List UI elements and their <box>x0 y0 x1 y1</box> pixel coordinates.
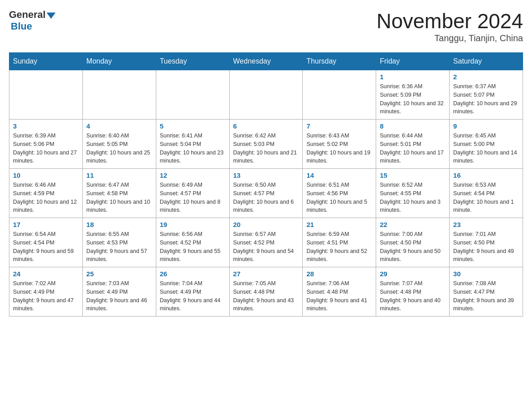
calendar-cell: 23Sunrise: 7:01 AMSunset: 4:50 PMDayligh… <box>450 218 523 267</box>
calendar-cell: 9Sunrise: 6:45 AMSunset: 5:00 PMDaylight… <box>450 120 523 169</box>
calendar-cell: 15Sunrise: 6:52 AMSunset: 4:55 PMDayligh… <box>376 169 450 218</box>
calendar-cell: 26Sunrise: 7:04 AMSunset: 4:49 PMDayligh… <box>156 267 229 317</box>
week-row-5: 24Sunrise: 7:02 AMSunset: 4:49 PMDayligh… <box>9 267 523 317</box>
day-info: Sunrise: 7:04 AMSunset: 4:49 PMDaylight:… <box>160 279 226 313</box>
logo-blue-text: Blue <box>11 21 32 32</box>
day-header-saturday: Saturday <box>450 53 523 70</box>
week-row-2: 3Sunrise: 6:39 AMSunset: 5:06 PMDaylight… <box>9 120 523 169</box>
day-number: 29 <box>380 270 446 278</box>
calendar-cell: 17Sunrise: 6:54 AMSunset: 4:54 PMDayligh… <box>9 218 83 267</box>
calendar-cell: 6Sunrise: 6:42 AMSunset: 5:03 PMDaylight… <box>229 120 303 169</box>
day-number: 25 <box>86 270 152 278</box>
day-info: Sunrise: 6:41 AMSunset: 5:04 PMDaylight:… <box>160 132 226 165</box>
calendar-cell: 16Sunrise: 6:53 AMSunset: 4:54 PMDayligh… <box>450 169 523 218</box>
calendar-cell: 24Sunrise: 7:02 AMSunset: 4:49 PMDayligh… <box>9 267 83 317</box>
calendar-cell: 20Sunrise: 6:57 AMSunset: 4:52 PMDayligh… <box>229 218 303 267</box>
day-info: Sunrise: 7:01 AMSunset: 4:50 PMDaylight:… <box>453 230 519 264</box>
day-info: Sunrise: 6:57 AMSunset: 4:52 PMDaylight:… <box>233 230 299 264</box>
day-number: 20 <box>233 221 299 228</box>
day-number: 23 <box>453 221 519 228</box>
calendar-cell: 19Sunrise: 6:56 AMSunset: 4:52 PMDayligh… <box>156 218 229 267</box>
calendar-cell <box>156 70 229 120</box>
calendar-cell <box>229 70 303 120</box>
day-info: Sunrise: 6:50 AMSunset: 4:57 PMDaylight:… <box>233 181 299 214</box>
day-number: 9 <box>453 122 519 130</box>
day-number: 21 <box>306 221 372 228</box>
calendar-cell: 12Sunrise: 6:49 AMSunset: 4:57 PMDayligh… <box>156 169 229 218</box>
calendar-cell: 3Sunrise: 6:39 AMSunset: 5:06 PMDaylight… <box>9 120 83 169</box>
calendar-cell: 28Sunrise: 7:06 AMSunset: 4:48 PMDayligh… <box>303 267 376 317</box>
day-header-monday: Monday <box>82 53 156 70</box>
day-number: 10 <box>13 171 79 179</box>
month-title: November 2024 <box>377 9 523 33</box>
day-info: Sunrise: 6:36 AMSunset: 5:09 PMDaylight:… <box>380 82 446 116</box>
logo: General Blue <box>9 9 56 32</box>
day-number: 13 <box>233 171 299 179</box>
week-row-4: 17Sunrise: 6:54 AMSunset: 4:54 PMDayligh… <box>9 218 523 267</box>
day-info: Sunrise: 6:51 AMSunset: 4:56 PMDaylight:… <box>306 181 372 214</box>
calendar-cell: 27Sunrise: 7:05 AMSunset: 4:48 PMDayligh… <box>229 267 303 317</box>
calendar-cell: 8Sunrise: 6:44 AMSunset: 5:01 PMDaylight… <box>376 120 450 169</box>
day-number: 5 <box>160 122 226 130</box>
day-number: 22 <box>380 221 446 228</box>
day-number: 14 <box>306 171 372 179</box>
day-info: Sunrise: 6:59 AMSunset: 4:51 PMDaylight:… <box>306 230 372 264</box>
day-number: 19 <box>160 221 226 228</box>
day-number: 17 <box>13 221 79 228</box>
day-number: 24 <box>13 270 79 278</box>
day-number: 15 <box>380 171 446 179</box>
location: Tanggu, Tianjin, China <box>377 33 523 43</box>
day-info: Sunrise: 6:47 AMSunset: 4:58 PMDaylight:… <box>86 181 152 214</box>
logo-arrow-icon <box>47 13 56 19</box>
day-info: Sunrise: 6:43 AMSunset: 5:02 PMDaylight:… <box>306 132 372 165</box>
calendar-cell <box>82 70 156 120</box>
calendar-cell: 29Sunrise: 7:07 AMSunset: 4:48 PMDayligh… <box>376 267 450 317</box>
calendar-cell: 2Sunrise: 6:37 AMSunset: 5:07 PMDaylight… <box>450 70 523 120</box>
day-number: 18 <box>86 221 152 228</box>
day-number: 27 <box>233 270 299 278</box>
logo-general-text: General <box>9 9 46 21</box>
day-info: Sunrise: 7:00 AMSunset: 4:50 PMDaylight:… <box>380 230 446 264</box>
day-header-sunday: Sunday <box>9 53 83 70</box>
calendar-cell <box>303 70 376 120</box>
day-number: 7 <box>306 122 372 130</box>
logo-general: General <box>9 9 56 21</box>
calendar-cell: 4Sunrise: 6:40 AMSunset: 5:05 PMDaylight… <box>82 120 156 169</box>
day-info: Sunrise: 6:40 AMSunset: 5:05 PMDaylight:… <box>86 132 152 165</box>
day-info: Sunrise: 6:45 AMSunset: 5:00 PMDaylight:… <box>453 132 519 165</box>
calendar-header-row: SundayMondayTuesdayWednesdayThursdayFrid… <box>9 53 523 70</box>
calendar-table: SundayMondayTuesdayWednesdayThursdayFrid… <box>9 52 523 317</box>
day-number: 6 <box>233 122 299 130</box>
day-info: Sunrise: 6:55 AMSunset: 4:53 PMDaylight:… <box>86 230 152 264</box>
day-info: Sunrise: 7:08 AMSunset: 4:47 PMDaylight:… <box>453 279 519 313</box>
calendar-cell: 10Sunrise: 6:46 AMSunset: 4:59 PMDayligh… <box>9 169 83 218</box>
day-header-tuesday: Tuesday <box>156 53 229 70</box>
day-number: 2 <box>453 73 519 81</box>
day-number: 1 <box>380 73 446 81</box>
day-info: Sunrise: 7:06 AMSunset: 4:48 PMDaylight:… <box>306 279 372 313</box>
day-number: 30 <box>453 270 519 278</box>
week-row-1: 1Sunrise: 6:36 AMSunset: 5:09 PMDaylight… <box>9 70 523 120</box>
day-info: Sunrise: 6:44 AMSunset: 5:01 PMDaylight:… <box>380 132 446 165</box>
day-header-friday: Friday <box>376 53 450 70</box>
day-header-thursday: Thursday <box>303 53 376 70</box>
calendar-cell: 13Sunrise: 6:50 AMSunset: 4:57 PMDayligh… <box>229 169 303 218</box>
calendar-cell: 30Sunrise: 7:08 AMSunset: 4:47 PMDayligh… <box>450 267 523 317</box>
day-info: Sunrise: 7:02 AMSunset: 4:49 PMDaylight:… <box>13 279 79 313</box>
day-number: 11 <box>86 171 152 179</box>
day-number: 16 <box>453 171 519 179</box>
day-info: Sunrise: 6:39 AMSunset: 5:06 PMDaylight:… <box>13 132 79 165</box>
calendar-cell: 7Sunrise: 6:43 AMSunset: 5:02 PMDaylight… <box>303 120 376 169</box>
calendar-cell: 11Sunrise: 6:47 AMSunset: 4:58 PMDayligh… <box>82 169 156 218</box>
day-info: Sunrise: 6:42 AMSunset: 5:03 PMDaylight:… <box>233 132 299 165</box>
day-info: Sunrise: 7:05 AMSunset: 4:48 PMDaylight:… <box>233 279 299 313</box>
calendar-cell: 5Sunrise: 6:41 AMSunset: 5:04 PMDaylight… <box>156 120 229 169</box>
calendar-cell <box>9 70 83 120</box>
day-number: 28 <box>306 270 372 278</box>
day-number: 12 <box>160 171 226 179</box>
day-info: Sunrise: 6:52 AMSunset: 4:55 PMDaylight:… <box>380 181 446 214</box>
day-number: 3 <box>13 122 79 130</box>
week-row-3: 10Sunrise: 6:46 AMSunset: 4:59 PMDayligh… <box>9 169 523 218</box>
day-number: 4 <box>86 122 152 130</box>
calendar-cell: 18Sunrise: 6:55 AMSunset: 4:53 PMDayligh… <box>82 218 156 267</box>
